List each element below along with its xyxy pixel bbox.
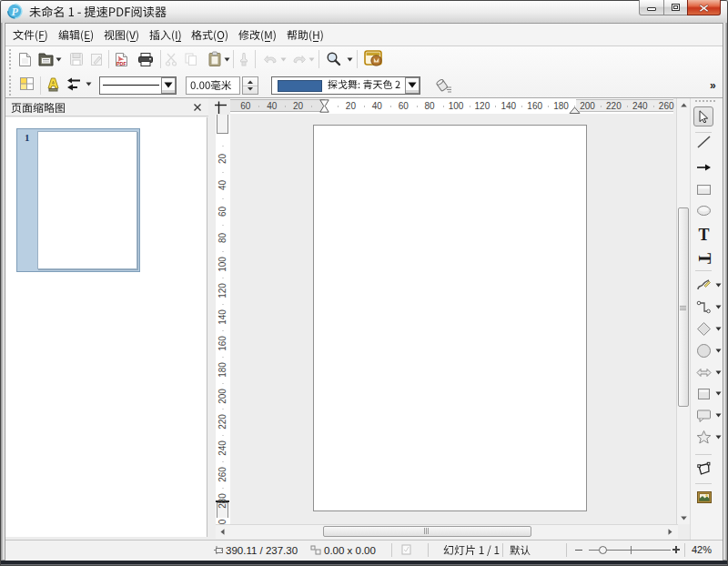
svg-text:PDF: PDF <box>116 61 126 66</box>
svg-text:P: P <box>12 5 19 18</box>
